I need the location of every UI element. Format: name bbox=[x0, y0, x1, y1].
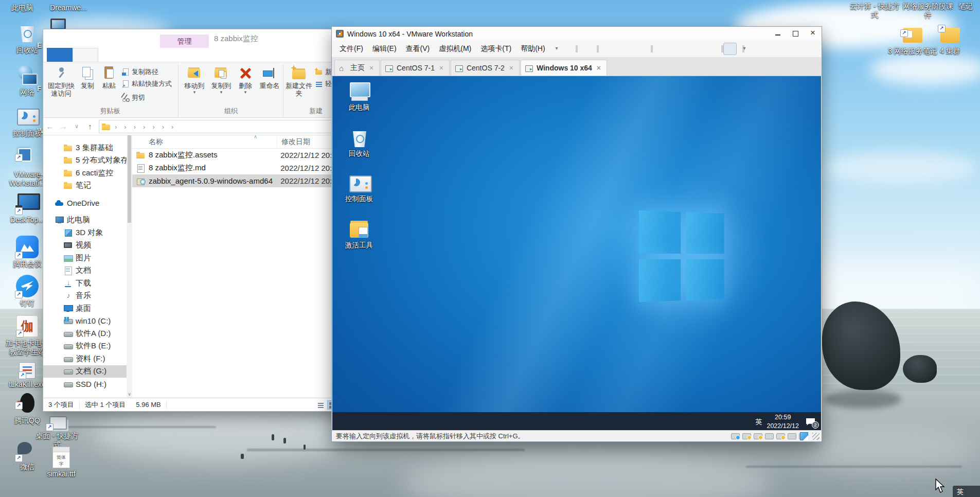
toolbar-dropdown-caret[interactable]: ▾ bbox=[556, 45, 558, 51]
breadcrumb-item[interactable] bbox=[158, 122, 168, 131]
device-icon[interactable] bbox=[754, 432, 762, 439]
recent-locations-dropdown[interactable]: ∨ bbox=[70, 123, 83, 130]
device-icon[interactable] bbox=[776, 432, 785, 439]
quick-access-icon[interactable] bbox=[60, 33, 69, 41]
file-row[interactable]: 8 zabbix监控.assets 2022/12/12 20:47 bbox=[132, 149, 341, 162]
device-icon[interactable] bbox=[788, 432, 796, 439]
tray-icon[interactable] bbox=[729, 418, 738, 426]
vm-tab[interactable]: 主页 bbox=[334, 60, 380, 76]
ribbon-tab[interactable] bbox=[150, 48, 175, 62]
sidebar-item[interactable]: 此电脑 bbox=[43, 214, 127, 227]
sidebar-item[interactable]: OneDrive bbox=[43, 197, 127, 209]
desktop-icon-simkai-font[interactable]: 简体字 simkai.ttf bbox=[38, 447, 84, 478]
taskbar-button[interactable] bbox=[420, 416, 432, 428]
sidebar-item[interactable]: 软件B (E:) bbox=[43, 340, 127, 353]
sidebar-item[interactable]: 5 分布式对象存储 bbox=[43, 154, 127, 167]
sidebar-item[interactable]: 资料 (F:) bbox=[43, 352, 127, 365]
tab-close-icon[interactable] bbox=[595, 64, 602, 72]
resize-grip[interactable] bbox=[812, 433, 819, 440]
sidebar-item[interactable]: 文档 (G:) bbox=[43, 365, 127, 378]
toolbar-button[interactable] bbox=[723, 43, 737, 55]
menu-item[interactable]: 编辑(E) bbox=[368, 42, 401, 56]
toolbar-button[interactable] bbox=[578, 43, 591, 55]
quick-access-icon[interactable] bbox=[84, 33, 94, 41]
toolbar-button[interactable] bbox=[653, 43, 666, 55]
copy-to-button[interactable]: 复制到 bbox=[208, 65, 235, 94]
action-center-icon[interactable]: 2 bbox=[806, 417, 816, 427]
tab-close-icon[interactable] bbox=[438, 64, 445, 72]
sidebar-item[interactable]: 图片 bbox=[43, 252, 127, 264]
sidebar-item[interactable]: 下载 bbox=[43, 277, 127, 290]
desktop-icon-desktop-shortcut[interactable]: 桌面 - 快捷方式 bbox=[34, 413, 80, 449]
breadcrumb-item[interactable] bbox=[168, 122, 177, 131]
toolbar-dropdown-caret[interactable]: ▾ bbox=[743, 45, 746, 51]
column-header-date[interactable]: 修改日期 bbox=[277, 137, 310, 147]
sidebar-item[interactable]: SSD (H:) bbox=[43, 378, 127, 390]
explorer-title-bar[interactable]: 管理 8 zabbix监控 bbox=[43, 29, 341, 48]
message-log-icon[interactable] bbox=[800, 432, 808, 440]
menu-item[interactable]: 帮助(H) bbox=[516, 42, 549, 56]
breadcrumb-item[interactable] bbox=[120, 122, 130, 131]
desktop-icon-label[interactable]: 网络服务阶段课件 bbox=[901, 2, 955, 20]
new-folder-button[interactable]: 新建文件夹 bbox=[285, 65, 313, 98]
desktop-icon-partially-hidden[interactable] bbox=[50, 19, 66, 30]
copy-button[interactable]: 复制 bbox=[77, 65, 98, 90]
sidebar-item[interactable]: 软件A (D:) bbox=[43, 327, 127, 340]
sidebar-item[interactable]: 文档 bbox=[43, 264, 127, 277]
menu-item[interactable]: 文件(F) bbox=[335, 42, 368, 56]
toolbar-button[interactable] bbox=[686, 43, 699, 55]
vm-desktop-icon[interactable]: 激活工具 bbox=[340, 218, 379, 250]
pin-to-quick-access-button[interactable]: 固定到快速访问 bbox=[46, 65, 76, 98]
vm-desktop-icon[interactable]: 控制面板 bbox=[340, 172, 379, 203]
quick-access-icon[interactable] bbox=[47, 33, 57, 41]
desktop-icon[interactable]: 3 网络服务笔记 bbox=[886, 23, 939, 56]
vm-desktop-icon[interactable]: 此电脑 bbox=[340, 80, 379, 112]
sidebar-item[interactable]: 6 cacti监控 bbox=[43, 167, 127, 180]
breadcrumb[interactable] bbox=[99, 120, 341, 133]
move-to-button[interactable]: 移动到 bbox=[181, 65, 208, 94]
ime-indicator[interactable]: 英 bbox=[755, 417, 762, 427]
desktop-icon-dreamweaver[interactable]: Dreamwe... bbox=[44, 4, 93, 12]
ribbon-tab[interactable] bbox=[98, 48, 124, 62]
menu-item[interactable]: 虚拟机(M) bbox=[434, 42, 476, 56]
sidebar-item[interactable]: 视频 bbox=[43, 239, 127, 252]
file-row[interactable]: 8 zabbix监控.md 2022/12/12 20:48 bbox=[132, 162, 341, 174]
scrollbar-thumb[interactable] bbox=[128, 135, 131, 223]
sidebar-item[interactable]: win10 (C:) bbox=[43, 315, 127, 328]
tray-icon[interactable] bbox=[717, 418, 725, 426]
vm-screen[interactable]: 此电脑 回收站 控制面板 激活工具 英 bbox=[332, 76, 821, 431]
quick-access-icon[interactable] bbox=[72, 33, 81, 41]
tray-icon[interactable] bbox=[742, 418, 751, 426]
paste-button[interactable]: 粘贴 bbox=[99, 65, 119, 90]
desktop-icon[interactable]: 4 集群 bbox=[932, 23, 968, 56]
sidebar-item[interactable]: 音乐 bbox=[43, 290, 127, 303]
sidebar-scrollbar[interactable]: ∨ bbox=[127, 135, 132, 398]
taskbar-button[interactable] bbox=[366, 416, 379, 428]
toolbar-button[interactable]: ▾ bbox=[557, 43, 570, 55]
paste-shortcut-button[interactable]: 粘贴快捷方式 bbox=[121, 79, 172, 88]
desktop-icon-label[interactable]: 笔记 bbox=[954, 2, 977, 11]
details-view-button[interactable] bbox=[316, 400, 325, 410]
breadcrumb-item[interactable] bbox=[139, 122, 149, 131]
taskbar-button[interactable] bbox=[393, 416, 405, 428]
ribbon-tab[interactable] bbox=[73, 48, 98, 62]
close-button[interactable] bbox=[804, 27, 822, 40]
breadcrumb-item[interactable] bbox=[111, 122, 120, 131]
device-icon[interactable] bbox=[765, 432, 773, 439]
vmware-title-bar[interactable]: Windows 10 x64 - VMware Workstation bbox=[332, 27, 822, 41]
up-button[interactable]: ↑ bbox=[83, 122, 97, 131]
tab-close-icon[interactable] bbox=[368, 64, 375, 72]
sidebar-item[interactable]: 笔记 bbox=[43, 180, 127, 192]
delete-button[interactable]: 删除 bbox=[235, 65, 256, 94]
sidebar-item[interactable]: 桌面 bbox=[43, 302, 127, 315]
menu-item[interactable]: 选项卡(T) bbox=[476, 42, 516, 56]
desktop-icon-label[interactable]: 云计算 - 快捷方式 bbox=[849, 2, 900, 20]
rename-button[interactable]: 重命名 bbox=[256, 65, 283, 90]
taskbar-button[interactable] bbox=[340, 416, 352, 428]
toolbar-button[interactable] bbox=[669, 43, 683, 55]
sidebar-item[interactable]: 3D 对象 bbox=[43, 226, 127, 239]
vm-tab[interactable]: CentOS 7-2 bbox=[451, 60, 520, 76]
ribbon-tab[interactable] bbox=[47, 48, 73, 62]
manage-contextual-tab[interactable]: 管理 bbox=[160, 34, 209, 48]
scrollbar-down-arrow[interactable]: ∨ bbox=[127, 392, 132, 397]
